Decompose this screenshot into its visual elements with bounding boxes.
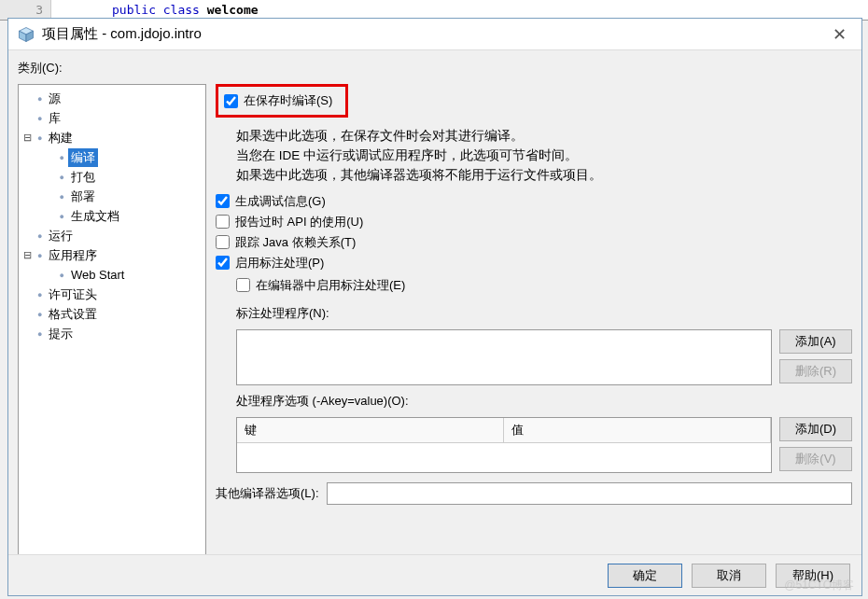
tree-item[interactable]: ●Web Start xyxy=(21,265,203,285)
track-java-deps-checkbox[interactable]: 跟踪 Java 依赖关系(T) xyxy=(216,234,852,251)
bullet-icon: ● xyxy=(37,231,42,241)
line-gutter: 3 xyxy=(0,0,51,20)
close-icon[interactable]: ✕ xyxy=(827,24,852,45)
remove-processor-button[interactable]: 删除(R) xyxy=(779,359,852,383)
cancel-button[interactable]: 取消 xyxy=(692,564,766,588)
bullet-icon: ● xyxy=(37,133,42,143)
add-option-button[interactable]: 添加(D) xyxy=(779,417,852,441)
collapse-icon[interactable]: ⊟ xyxy=(21,249,34,261)
report-deprecated-api-checkbox[interactable]: 报告过时 API 的使用(U) xyxy=(216,214,852,230)
tree-item-label: 提示 xyxy=(46,325,76,343)
tree-item-label: 打包 xyxy=(68,168,98,187)
tree-item-label: 部署 xyxy=(68,188,98,206)
annotation-processors-label: 标注处理程序(N): xyxy=(236,305,852,322)
categories-label: 类别(C): xyxy=(18,60,852,77)
bullet-icon: ● xyxy=(37,251,42,260)
bullet-icon: ● xyxy=(37,114,42,123)
help-button[interactable]: 帮助(H) xyxy=(776,564,850,588)
tree-item-label: 生成文档 xyxy=(68,207,122,226)
bullet-icon: ● xyxy=(37,94,42,104)
bullet-icon: ● xyxy=(59,173,63,182)
tree-item[interactable]: ⊟●构建 xyxy=(21,128,203,147)
collapse-icon[interactable]: ⊟ xyxy=(21,132,34,144)
bullet-icon: ● xyxy=(59,153,63,162)
processor-options-label: 处理程序选项 (-Akey=value)(O): xyxy=(236,393,852,410)
tree-item[interactable]: ●格式设置 xyxy=(21,304,203,324)
enable-annotation-processing-checkbox[interactable]: 启用标注处理(P) xyxy=(216,255,852,272)
tree-item[interactable]: ●提示 xyxy=(21,324,203,343)
tree-guide xyxy=(34,189,55,203)
remove-option-button[interactable]: 删除(V) xyxy=(779,447,852,471)
tree-item[interactable]: ●库 xyxy=(21,108,203,128)
tree-item-label: 许可证头 xyxy=(46,286,100,304)
tree-item-label: Web Start xyxy=(68,267,128,283)
tree-item[interactable]: ●运行 xyxy=(21,226,203,245)
tree-item[interactable]: ●生成文档 xyxy=(21,206,203,226)
bullet-icon: ● xyxy=(37,329,42,339)
tree-item[interactable]: ●许可证头 xyxy=(21,285,203,304)
compile-on-save-checkbox[interactable]: 在保存时编译(S) xyxy=(224,92,332,109)
tree-item-label: 构建 xyxy=(46,129,76,147)
tree-item[interactable]: ●打包 xyxy=(21,167,203,187)
ok-button[interactable]: 确定 xyxy=(608,564,682,588)
tree-guide xyxy=(34,170,55,184)
categories-tree[interactable]: ●源 ●库⊟●构建 ●编译 ●打包 ●部署 ●生成文档 ●运行⊟●应用程序 ●W… xyxy=(18,84,206,569)
processor-options-table[interactable]: 键 值 xyxy=(236,417,772,473)
bullet-icon: ● xyxy=(37,290,42,300)
project-icon xyxy=(18,26,35,43)
bullet-icon: ● xyxy=(59,192,63,202)
tree-item[interactable]: ●源 xyxy=(21,89,203,108)
tree-item-label: 格式设置 xyxy=(46,305,100,324)
dialog-footer: 确定 取消 帮助(H) xyxy=(8,554,861,595)
tree-item-label: 库 xyxy=(46,109,63,128)
generate-debug-info-checkbox[interactable]: 生成调试信息(G) xyxy=(216,193,852,210)
tree-item[interactable]: ●编译 xyxy=(21,147,203,167)
compile-on-save-description: 如果选中此选项，在保存文件时会对其进行编译。 当您在 IDE 中运行或调试应用程… xyxy=(236,127,852,186)
tree-item-label: 源 xyxy=(46,90,63,108)
dialog-titlebar: 项目属性 - com.jdojo.intro ✕ xyxy=(8,19,861,50)
tree-item-label: 运行 xyxy=(46,227,76,245)
other-compiler-options-label: 其他编译器选项(L): xyxy=(216,485,319,502)
bullet-icon: ● xyxy=(37,310,42,319)
other-compiler-options-input[interactable] xyxy=(327,482,853,505)
bullet-icon: ● xyxy=(59,271,63,280)
tree-guide xyxy=(34,209,55,223)
project-properties-dialog: 项目属性 - com.jdojo.intro ✕ 类别(C): ●源 ●库⊟●构… xyxy=(7,18,862,596)
bullet-icon: ● xyxy=(59,212,63,221)
annotation-processors-list[interactable] xyxy=(236,329,772,385)
key-column-header: 键 xyxy=(237,418,504,443)
code-line: public class welcome xyxy=(51,3,259,17)
value-column-header: 值 xyxy=(504,418,771,443)
highlighted-option: 在保存时编译(S) xyxy=(216,84,348,118)
add-processor-button[interactable]: 添加(A) xyxy=(779,329,852,354)
tree-item-label: 编译 xyxy=(68,148,98,167)
tree-item[interactable]: ⊟●应用程序 xyxy=(21,245,203,265)
tree-guide xyxy=(34,268,55,282)
tree-item-label: 应用程序 xyxy=(46,246,100,265)
dialog-title: 项目属性 - com.jdojo.intro xyxy=(42,25,202,43)
tree-item[interactable]: ●部署 xyxy=(21,187,203,206)
enable-annotation-editor-checkbox[interactable]: 在编辑器中启用标注处理(E) xyxy=(236,277,852,294)
tree-guide xyxy=(34,150,55,164)
settings-panel: 在保存时编译(S) 如果选中此选项，在保存文件时会对其进行编译。 当您在 IDE… xyxy=(216,84,852,554)
